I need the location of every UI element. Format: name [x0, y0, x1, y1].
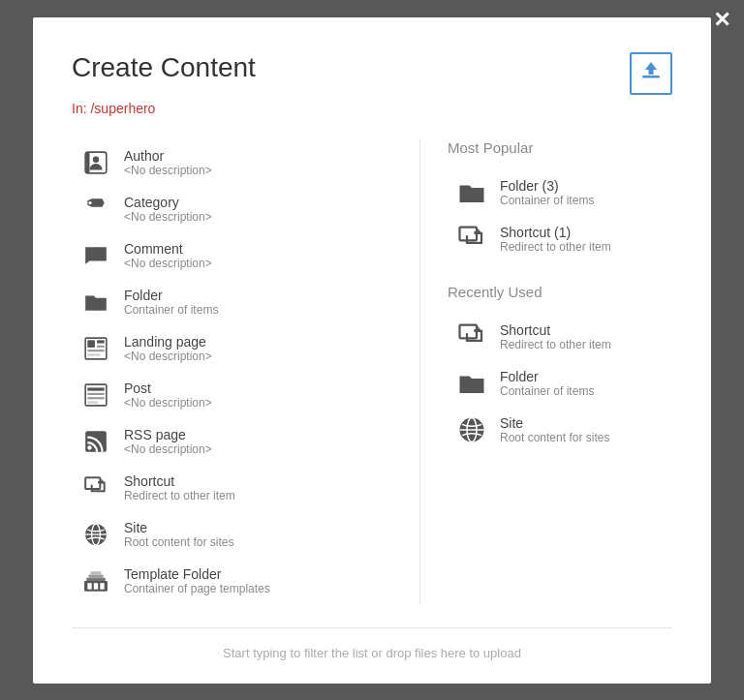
- svg-rect-29: [100, 583, 104, 590]
- rss-icon: [79, 425, 112, 458]
- recent-folder-icon: [455, 367, 488, 400]
- recent-shortcut-name: Shortcut: [500, 322, 611, 338]
- post-desc: <No description>: [124, 396, 212, 410]
- svg-rect-27: [87, 583, 91, 590]
- list-item[interactable]: Comment <No description>: [72, 232, 396, 279]
- svg-rect-25: [88, 574, 103, 577]
- popular-shortcut-name: Shortcut (1): [500, 225, 611, 240]
- list-item[interactable]: Landing page <No description>: [72, 325, 396, 372]
- list-item[interactable]: RSS page <No description>: [72, 418, 396, 465]
- svg-point-3: [93, 156, 100, 163]
- svg-rect-13: [87, 387, 104, 390]
- recent-shortcut-icon: [455, 320, 488, 353]
- site-name: Site: [124, 520, 233, 535]
- site-desc: Root content for sites: [124, 535, 233, 549]
- site-info: Site Root content for sites: [124, 520, 233, 549]
- svg-rect-19: [85, 477, 100, 489]
- author-name: Author: [124, 148, 212, 164]
- list-item[interactable]: Template Folder Container of page templa…: [72, 558, 396, 604]
- recent-site-name: Site: [500, 415, 609, 431]
- svg-rect-4: [85, 152, 89, 173]
- folder-icon: [79, 286, 112, 319]
- create-content-modal: Create Content In: /superhero: [33, 17, 711, 684]
- svg-rect-9: [97, 345, 105, 347]
- post-name: Post: [124, 380, 212, 396]
- recent-site-icon: [455, 413, 488, 446]
- post-info: Post <No description>: [124, 380, 212, 410]
- category-icon: [79, 193, 112, 226]
- subtitle-path: /superhero: [90, 101, 155, 116]
- category-desc: <No description>: [124, 210, 212, 224]
- most-popular-list: Folder (3) Container of items: [448, 169, 672, 262]
- list-item[interactable]: Folder Container of items: [72, 279, 396, 325]
- svg-rect-30: [460, 227, 478, 240]
- rss-info: RSS page <No description>: [124, 427, 212, 456]
- list-item[interactable]: Shortcut Redirect to other item: [72, 465, 396, 511]
- popular-folder-info: Folder (3) Container of items: [500, 178, 594, 207]
- right-panel: Most Popular Folder (3) Container of ite…: [420, 139, 672, 604]
- modal-overlay: ✕ Create Content In: /superhero: [0, 0, 744, 700]
- svg-rect-15: [87, 397, 104, 399]
- landing-icon: [79, 332, 112, 365]
- list-item[interactable]: Site Root content for sites: [72, 511, 396, 558]
- recently-used-list: Shortcut Redirect to other item: [448, 314, 672, 453]
- template-icon: [79, 564, 112, 597]
- popular-folder-name: Folder (3): [500, 178, 594, 194]
- comment-icon: [79, 239, 112, 272]
- left-panel: Author <No description> Category: [72, 139, 420, 604]
- landing-info: Landing page <No description>: [124, 334, 212, 363]
- recent-site-info: Site Root content for sites: [500, 415, 609, 444]
- modal-subtitle: In: /superhero: [72, 101, 672, 116]
- rss-desc: <No description>: [124, 442, 212, 456]
- comment-desc: <No description>: [124, 257, 212, 270]
- category-name: Category: [124, 195, 212, 210]
- list-item[interactable]: Category <No description>: [72, 186, 396, 232]
- shortcut-desc: Redirect to other item: [124, 489, 235, 502]
- popular-shortcut-icon: [455, 223, 488, 256]
- svg-marker-1: [645, 62, 657, 75]
- recently-used-section: Recently Used Shortcut: [448, 284, 672, 453]
- recent-folder-info: Folder Container of items: [500, 369, 594, 398]
- modal-title: Create Content: [72, 52, 256, 83]
- svg-rect-8: [97, 340, 105, 343]
- recent-site-desc: Root content for sites: [500, 431, 609, 444]
- list-item[interactable]: Site Root content for sites: [448, 407, 672, 453]
- list-item[interactable]: Shortcut (1) Redirect to other item: [448, 216, 672, 262]
- list-item[interactable]: Author <No description>: [72, 139, 396, 186]
- svg-rect-11: [87, 353, 100, 355]
- upload-icon: [640, 60, 662, 86]
- modal-body: Author <No description> Category: [72, 139, 672, 604]
- landing-desc: <No description>: [124, 350, 212, 363]
- popular-shortcut-desc: Redirect to other item: [500, 240, 611, 254]
- subtitle-prefix: In:: [72, 101, 90, 116]
- popular-shortcut-info: Shortcut (1) Redirect to other item: [500, 225, 611, 254]
- author-desc: <No description>: [124, 164, 212, 177]
- comment-name: Comment: [124, 241, 212, 257]
- recent-shortcut-info: Shortcut Redirect to other item: [500, 322, 611, 351]
- recent-folder-name: Folder: [500, 369, 594, 384]
- list-item[interactable]: Folder (3) Container of items: [448, 169, 672, 216]
- close-button[interactable]: ✕: [713, 10, 730, 31]
- list-item[interactable]: Post <No description>: [72, 372, 396, 418]
- upload-button[interactable]: [630, 52, 672, 95]
- most-popular-section: Most Popular Folder (3) Container of ite…: [448, 139, 672, 262]
- footer-text: Start typing to filter the list or drop …: [72, 627, 672, 660]
- recent-folder-desc: Container of items: [500, 384, 594, 398]
- svg-rect-0: [642, 76, 660, 78]
- landing-name: Landing page: [124, 334, 212, 350]
- shortcut-name: Shortcut: [124, 473, 235, 489]
- svg-point-5: [88, 200, 91, 203]
- author-icon: [79, 146, 112, 179]
- post-icon: [79, 379, 112, 411]
- list-item[interactable]: Shortcut Redirect to other item: [448, 314, 672, 360]
- content-type-list: Author <No description> Category: [72, 139, 396, 604]
- svg-rect-10: [87, 350, 104, 351]
- list-item[interactable]: Folder Container of items: [448, 360, 672, 407]
- recently-used-title: Recently Used: [448, 284, 672, 300]
- template-name: Template Folder: [124, 566, 270, 582]
- popular-folder-desc: Container of items: [500, 194, 594, 207]
- comment-info: Comment <No description>: [124, 241, 212, 270]
- svg-rect-7: [87, 340, 95, 348]
- svg-rect-31: [460, 324, 478, 338]
- folder-name: Folder: [124, 288, 218, 303]
